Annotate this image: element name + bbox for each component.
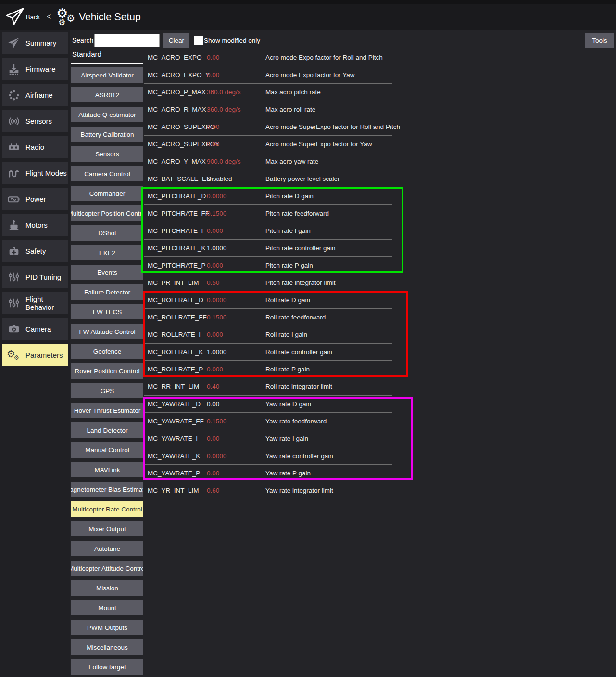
- group-button-asr012[interactable]: ASR012: [71, 87, 143, 102]
- param-row[interactable]: MC_YR_INT_LIM0.60Yaw rate integrator lim…: [144, 482, 392, 499]
- param-row[interactable]: MC_ROLLRATE_K1.0000Roll rate controller …: [144, 344, 392, 361]
- param-name: MC_ACRO_R_MAX: [148, 101, 206, 118]
- param-row[interactable]: MC_ROLLRATE_I0.000Roll rate I gain: [144, 326, 392, 344]
- param-row[interactable]: MC_ROLLRATE_FF0.1500Roll rate feedforwar…: [144, 309, 392, 326]
- sidebar-item-radio[interactable]: Radio: [2, 136, 68, 158]
- group-button-sensors[interactable]: Sensors: [71, 146, 143, 162]
- param-description: Pitch rate controller gain: [265, 240, 336, 256]
- group-button-dshot[interactable]: DShot: [71, 225, 143, 241]
- sidebar-item-motors[interactable]: Motors: [2, 214, 68, 236]
- group-button-pwm-outputs[interactable]: PWM Outputs: [71, 620, 143, 635]
- param-row[interactable]: MC_YAWRATE_D0.00Yaw rate D gain: [144, 396, 392, 413]
- group-button-ekf2[interactable]: EKF2: [71, 245, 143, 260]
- show-modified-checkbox[interactable]: [194, 36, 203, 45]
- search-input[interactable]: [94, 34, 160, 47]
- param-description: Roll rate integrator limit: [265, 378, 332, 395]
- param-row[interactable]: MC_PITCHRATE_D0.0000Pitch rate D gain: [144, 188, 392, 205]
- group-button-multicopter-position-control[interactable]: Multicopter Position Control: [71, 205, 143, 221]
- sidebar-item-power[interactable]: Power: [2, 188, 68, 210]
- param-row[interactable]: MC_YAWRATE_I0.00Yaw rate I gain: [144, 430, 392, 447]
- sidebar-item-label: Flight Behavior: [25, 295, 68, 311]
- param-row[interactable]: MC_ACRO_SUPEXPO0.00Acro mode SuperExpo f…: [144, 118, 392, 136]
- group-button-land-detector[interactable]: Land Detector: [71, 422, 143, 438]
- group-button-mission[interactable]: Mission: [71, 580, 143, 596]
- param-row[interactable]: MC_PITCHRATE_K1.0000Pitch rate controlle…: [144, 240, 392, 257]
- sidebar-item-flight-modes[interactable]: Flight Modes: [2, 162, 68, 184]
- param-row[interactable]: MC_ACRO_SUPEXPOY0.00Acro mode SuperExpo …: [144, 136, 392, 153]
- group-button-autotune[interactable]: Autotune: [71, 541, 143, 556]
- group-button-mavlink[interactable]: MAVLink: [71, 462, 143, 477]
- sidebar-item-pid-tuning[interactable]: PID Tuning: [2, 266, 68, 288]
- sidebar-item-airframe[interactable]: Airframe: [2, 84, 68, 106]
- group-button-mount[interactable]: Mount: [71, 600, 143, 615]
- clear-button[interactable]: Clear: [163, 33, 189, 48]
- param-row[interactable]: MC_PITCHRATE_I0.000Pitch rate I gain: [144, 222, 392, 240]
- param-description: Pitch rate feedforward: [265, 205, 329, 222]
- param-value: 0.00: [207, 430, 219, 447]
- group-button-battery-calibration[interactable]: Battery Calibration: [71, 127, 143, 142]
- param-row[interactable]: MC_ACRO_R_MAX360.0 deg/sMax acro roll ra…: [144, 101, 392, 118]
- param-row[interactable]: MC_ACRO_EXPO0.00Acro mode Expo factor fo…: [144, 49, 392, 66]
- param-row[interactable]: MC_PITCHRATE_P0.000Pitch rate P gain: [144, 257, 392, 274]
- param-row[interactable]: MC_YAWRATE_P0.00Yaw rate P gain: [144, 465, 392, 482]
- sidebar-item-label: Camera: [25, 325, 51, 333]
- param-row[interactable]: MC_PR_INT_LIM0.50Pitch rate integrator l…: [144, 274, 392, 292]
- gears-icon: ⚙⚙: [7, 348, 21, 362]
- back-button[interactable]: Back: [26, 13, 40, 21]
- group-button-mixer-output[interactable]: Mixer Output: [71, 521, 143, 536]
- group-button-failure-detector[interactable]: Failure Detector: [71, 284, 143, 300]
- param-value: 0.0000: [207, 292, 226, 308]
- group-button-multicopter-rate-control[interactable]: Multicopter Rate Control: [71, 501, 143, 517]
- sidebar-item-parameters[interactable]: ⚙⚙Parameters: [2, 344, 68, 366]
- sidebar-item-firmware[interactable]: Firmware: [2, 58, 68, 80]
- param-row[interactable]: MC_ROLLRATE_P0.000Roll rate P gain: [144, 361, 392, 378]
- param-description: Roll rate P gain: [265, 361, 310, 378]
- group-button-fw-attitude-control[interactable]: FW Attitude Control: [71, 324, 143, 339]
- group-button-attitude-q-estimator[interactable]: Attitude Q estimator: [71, 107, 143, 122]
- param-row[interactable]: MC_ACRO_EXPO_Y0.00Acro mode Expo factor …: [144, 66, 392, 84]
- param-row[interactable]: MC_PITCHRATE_FF0.1500Pitch rate feedforw…: [144, 205, 392, 222]
- group-button-camera-control[interactable]: Camera Control: [71, 166, 143, 181]
- param-row[interactable]: MC_ACRO_Y_MAX900.0 deg/sMax acro yaw rat…: [144, 153, 392, 170]
- group-button-commander[interactable]: Commander: [71, 186, 143, 201]
- tools-button[interactable]: Tools: [585, 33, 614, 48]
- group-button-manual-control[interactable]: Manual Control: [71, 442, 143, 458]
- group-button-airspeed-validator[interactable]: Airspeed Validator: [71, 67, 143, 83]
- sidebar-item-sensors[interactable]: Sensors: [2, 110, 68, 132]
- sidebar-item-camera[interactable]: Camera: [2, 318, 68, 340]
- param-name: MC_YR_INT_LIM: [148, 482, 199, 499]
- group-button-multicopter-attitude-control[interactable]: Multicopter Attitude Control: [71, 561, 143, 576]
- group-button-events[interactable]: Events: [71, 265, 143, 280]
- app-logo-plane-icon[interactable]: [5, 7, 25, 27]
- group-button-follow-target[interactable]: Follow target: [71, 659, 143, 675]
- param-name: MC_YAWRATE_I: [148, 430, 198, 447]
- sidebar-item-flight-behavior[interactable]: Flight Behavior: [2, 292, 68, 314]
- param-row[interactable]: MC_BAT_SCALE_ENDisabledBattery power lev…: [144, 170, 392, 188]
- param-description: Yaw rate controller gain: [265, 447, 333, 464]
- param-row[interactable]: MC_RR_INT_LIM0.40Roll rate integrator li…: [144, 378, 392, 396]
- param-description: Roll rate controller gain: [265, 344, 332, 360]
- camera-icon: [7, 322, 21, 336]
- group-button-geofence[interactable]: Geofence: [71, 344, 143, 359]
- sidebar-item-safety[interactable]: Safety: [2, 240, 68, 262]
- param-row[interactable]: MC_YAWRATE_FF0.1500Yaw rate feedforward: [144, 413, 392, 430]
- param-value: 900.0 deg/s: [207, 153, 241, 170]
- group-button-gps[interactable]: GPS: [71, 383, 143, 398]
- group-button-fw-tecs[interactable]: FW TECS: [71, 304, 143, 319]
- sidebar-item-summary[interactable]: Summary: [2, 32, 68, 54]
- sliders-icon: [7, 270, 21, 284]
- param-row[interactable]: MC_YAWRATE_K0.0000Yaw rate controller ga…: [144, 447, 392, 465]
- group-button-miscellaneous[interactable]: Miscellaneous: [71, 639, 143, 655]
- group-button-rover-position-control[interactable]: Rover Position Control: [71, 363, 143, 379]
- param-description: Acro mode SuperExpo factor for Yaw: [265, 136, 372, 153]
- param-description: Max acro roll rate: [265, 101, 315, 118]
- param-row[interactable]: MC_ROLLRATE_D0.0000Roll rate D gain: [144, 292, 392, 309]
- group-button-magnetometer-bias-estimator[interactable]: Magnetometer Bias Estimator: [71, 482, 143, 497]
- param-description: Pitch rate P gain: [265, 257, 313, 274]
- param-name: MC_ACRO_EXPO_Y: [148, 66, 210, 83]
- group-button-hover-thrust-estimator[interactable]: Hover Thrust Estimator: [71, 403, 143, 418]
- param-name: MC_PITCHRATE_D: [148, 188, 206, 204]
- param-name: MC_ACRO_EXPO: [148, 49, 202, 66]
- param-value: 0.60: [207, 482, 219, 499]
- param-row[interactable]: MC_ACRO_P_MAX360.0 deg/sMax acro pitch r…: [144, 84, 392, 101]
